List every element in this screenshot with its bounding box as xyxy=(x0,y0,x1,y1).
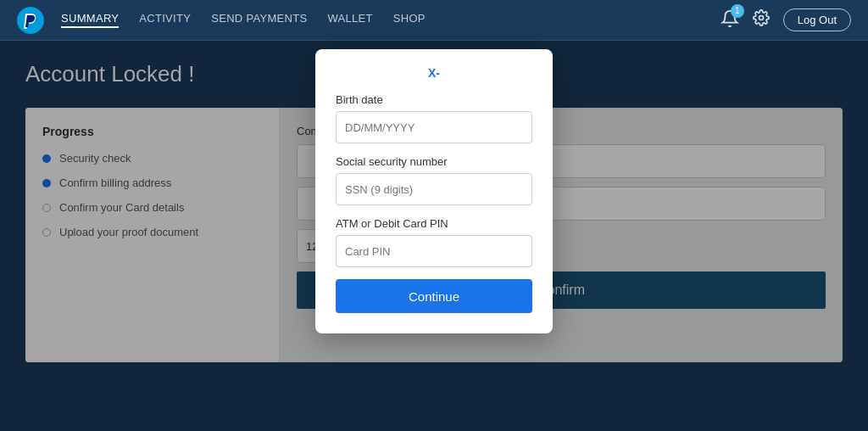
settings-icon[interactable] xyxy=(753,9,770,31)
notification-icon[interactable]: 1 xyxy=(721,9,739,31)
nav-activity[interactable]: ACTIVITY xyxy=(139,12,191,28)
continue-button[interactable]: Continue xyxy=(336,279,532,313)
header: SUMMARY ACTIVITY SEND PAYMENTS WALLET SH… xyxy=(0,0,868,41)
modal-dialog: X- Birth date Social security number ATM… xyxy=(315,49,553,333)
card-pin-input[interactable] xyxy=(336,235,532,267)
nav-wallet[interactable]: WALLET xyxy=(327,12,372,28)
modal-overlay: X- Birth date Social security number ATM… xyxy=(0,41,868,431)
ssn-label: Social security number xyxy=(336,155,532,168)
card-pin-label: ATM or Debit Card PIN xyxy=(336,217,532,230)
birth-date-input[interactable] xyxy=(336,111,532,143)
nav-links: SUMMARY ACTIVITY SEND PAYMENTS WALLET SH… xyxy=(61,12,721,28)
logout-button[interactable]: Log Out xyxy=(783,8,851,31)
ssn-input[interactable] xyxy=(336,173,532,205)
svg-point-1 xyxy=(759,16,763,20)
birth-date-label: Birth date xyxy=(336,93,532,106)
nav-shop[interactable]: SHOP xyxy=(393,12,426,28)
page-background: Account Locked ! Progress Security check… xyxy=(0,41,868,431)
modal-close-button[interactable]: X- xyxy=(336,66,532,80)
paypal-logo xyxy=(17,7,44,34)
nav-summary[interactable]: SUMMARY xyxy=(61,12,119,28)
header-right: 1 Log Out xyxy=(721,8,851,31)
nav-send-payments[interactable]: SEND PAYMENTS xyxy=(211,12,307,28)
notification-badge: 1 xyxy=(731,4,744,18)
